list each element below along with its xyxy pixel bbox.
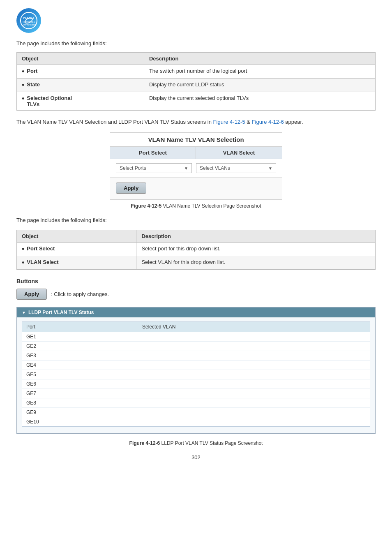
- vlan-apply-button[interactable]: Apply: [116, 183, 146, 194]
- lldp-port-cell: GE1: [22, 332, 138, 342]
- table1-row-description: The switch port number of the logical po…: [144, 65, 375, 79]
- table2-col-object: Object: [17, 230, 136, 243]
- lldp-port-cell: GE4: [22, 361, 138, 370]
- lldp-vlan-cell: [138, 351, 370, 361]
- lldp-table-row: GE5: [22, 370, 370, 379]
- lldp-table-row: GE10: [22, 417, 370, 427]
- port-select-label: Select Ports: [120, 165, 146, 171]
- svg-text:Communication: Communication: [22, 23, 36, 26]
- lldp-panel: ▼ LLDP Port VLAN TLV Status Port Selecte…: [16, 307, 376, 434]
- intro-text-1: The page includes the following fields:: [16, 40, 376, 46]
- vlan-select-dropdown[interactable]: Select VLANs ▼: [196, 163, 276, 173]
- port-select-dropdown[interactable]: Select Ports ▼: [116, 163, 192, 173]
- vlan-box-selects: Select Ports ▼ Select VLANs ▼: [110, 159, 282, 178]
- apply-button-desc: : Click to apply changes.: [51, 291, 109, 297]
- lldp-port-cell: GE9: [22, 408, 138, 417]
- table1-row-description: Display the current selected optional TL…: [144, 92, 375, 111]
- figure-link-2[interactable]: Figure 4-12-6: [252, 119, 284, 125]
- figure-link-1[interactable]: Figure 4-12-5: [213, 119, 245, 125]
- lldp-table-row: GE2: [22, 342, 370, 351]
- lldp-table-row: GE4: [22, 361, 370, 370]
- table1-row-object: •Port: [17, 65, 144, 79]
- lldp-table-row: GE7: [22, 389, 370, 398]
- panel-collapse-arrow[interactable]: ▼: [22, 310, 26, 315]
- table2-row-object: •VLAN Select: [17, 256, 136, 270]
- table-1: Object Description •PortThe switch port …: [16, 52, 376, 111]
- table2-col-description: Description: [136, 230, 376, 243]
- lldp-vlan-cell: [138, 417, 370, 427]
- lldp-panel-title-text: LLDP Port VLAN TLV Status: [28, 310, 94, 315]
- figure-2-caption-strong: Figure 4-12-6: [129, 440, 160, 446]
- vlan-box-title: VLAN Name TLV VLAN Selection: [110, 133, 282, 147]
- lldp-port-cell: GE3: [22, 351, 138, 361]
- lldp-table-row: GE3: [22, 351, 370, 361]
- lldp-port-cell: GE6: [22, 379, 138, 389]
- lldp-port-cell: GE7: [22, 389, 138, 398]
- lldp-vlan-cell: [138, 379, 370, 389]
- table1-row-description: Display the current LLDP status: [144, 79, 375, 92]
- lldp-port-cell: GE8: [22, 398, 138, 408]
- table1-col-object: Object: [17, 53, 144, 65]
- logo-icon: PLANET Networking & Communication: [16, 8, 41, 33]
- lldp-vlan-cell: [138, 398, 370, 408]
- lldp-vlan-cell: [138, 389, 370, 398]
- page-number: 302: [16, 454, 376, 460]
- lldp-vlan-cell: [138, 361, 370, 370]
- table1-col-description: Description: [144, 53, 375, 65]
- port-select-arrow: ▼: [184, 166, 188, 171]
- lldp-table-row: GE1: [22, 332, 370, 342]
- logo-area: PLANET Networking & Communication: [16, 8, 376, 33]
- lldp-vlan-cell: [138, 342, 370, 351]
- figure-1-caption-strong: Figure 4-12-5: [131, 203, 161, 209]
- vlan-col-vlan-select: VLAN Select: [196, 147, 282, 159]
- table1-row-object: •Selected OptionalTLVs: [17, 92, 144, 111]
- buttons-title: Buttons: [16, 278, 376, 284]
- lldp-port-cell: GE5: [22, 370, 138, 379]
- vlan-select-label: Select VLANs: [200, 165, 230, 171]
- figure-2-caption: Figure 4-12-6 LLDP Port VLAN TLV Status …: [16, 440, 376, 446]
- lldp-vlan-cell: [138, 332, 370, 342]
- lldp-table-row: GE6: [22, 379, 370, 389]
- lldp-vlan-cell: [138, 408, 370, 417]
- intro-text-2: The VLAN Name TLV VLAN Selection and LLD…: [16, 119, 376, 125]
- lldp-panel-title: ▼ LLDP Port VLAN TLV Status: [17, 308, 375, 317]
- buttons-section: Buttons Apply : Click to apply changes.: [16, 278, 376, 300]
- table2-row-object: •Port Select: [17, 243, 136, 256]
- buttons-row: Apply : Click to apply changes.: [16, 289, 376, 300]
- vlan-box-container: VLAN Name TLV VLAN Selection Port Select…: [16, 132, 376, 200]
- vlan-selection-box: VLAN Name TLV VLAN Selection Port Select…: [110, 132, 282, 200]
- vlan-select-arrow: ▼: [268, 166, 272, 171]
- apply-button-standalone[interactable]: Apply: [16, 289, 47, 300]
- lldp-vlan-cell: [138, 370, 370, 379]
- table-2: Object Description •Port SelectSelect po…: [16, 230, 376, 270]
- vlan-col-port-select: Port Select: [110, 147, 196, 159]
- lldp-port-cell: GE2: [22, 342, 138, 351]
- lldp-table-row: GE8: [22, 398, 370, 408]
- figure-1-caption: Figure 4-12-5 VLAN Name TLV Selection Pa…: [16, 203, 376, 209]
- lldp-col-port: Port: [22, 322, 138, 332]
- lldp-port-cell: GE10: [22, 417, 138, 427]
- vlan-box-headers: Port Select VLAN Select: [110, 147, 282, 159]
- figure-1-caption-text: VLAN Name TLV Selection Page Screenshot: [163, 203, 261, 209]
- vlan-apply-row: Apply: [110, 178, 282, 194]
- table2-row-description: Select port for this drop down list.: [136, 243, 376, 256]
- intro-text-3: The page includes the following fields:: [16, 217, 376, 223]
- figure-2-caption-text: LLDP Port VLAN TLV Status Page Screensho…: [161, 440, 263, 446]
- table2-row-description: Select VLAN for this drop down list.: [136, 256, 376, 270]
- lldp-table: Port Selected VLAN GE1GE2GE3GE4GE5GE6GE7…: [22, 322, 370, 426]
- table1-row-object: •State: [17, 79, 144, 92]
- lldp-col-vlan: Selected VLAN: [138, 322, 370, 332]
- lldp-table-row: GE9: [22, 408, 370, 417]
- lldp-table-wrapper: Port Selected VLAN GE1GE2GE3GE4GE5GE6GE7…: [22, 321, 370, 427]
